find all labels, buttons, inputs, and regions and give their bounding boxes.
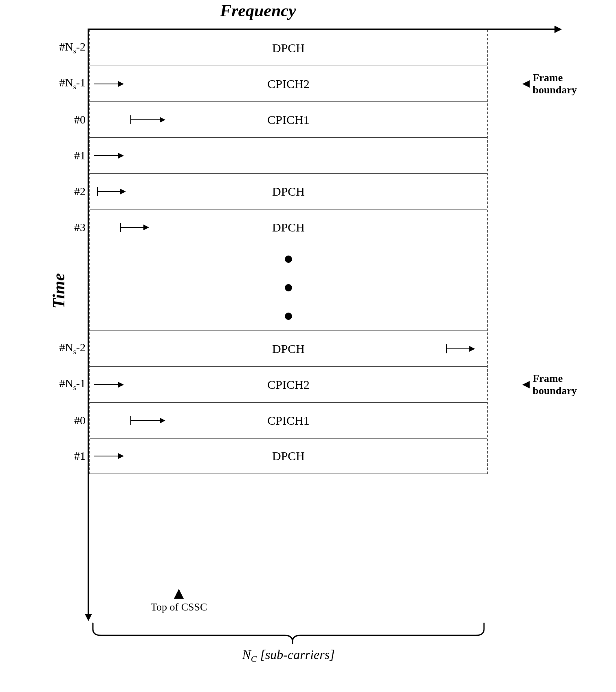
row-content: CPICH1 — [90, 403, 487, 438]
top-cssc-container: Top of CSSC — [151, 589, 207, 613]
frequency-label: Frequency — [220, 1, 296, 20]
frame-boundary-arrow-icon — [522, 381, 530, 388]
arrow-line — [131, 119, 160, 120]
top-cssc-label: Top of CSSC — [151, 601, 207, 613]
arrow-head-icon — [160, 117, 165, 123]
row-label: #0 — [37, 113, 86, 126]
table-row: #Ns-2 DPCH — [90, 331, 487, 366]
row-text: CPICH2 — [267, 77, 309, 91]
arrow-line — [94, 456, 118, 456]
table-row: #2 DPCH — [90, 173, 487, 209]
arrow-head-icon — [143, 225, 149, 230]
row-content: CPICH1 — [90, 102, 487, 137]
row-text: DPCH — [272, 220, 305, 234]
row-label: #2 — [37, 185, 86, 198]
row-text: DPCH — [272, 185, 305, 198]
arrow-line — [131, 420, 160, 421]
arrow-head-icon — [118, 153, 124, 159]
brace-svg — [89, 621, 488, 646]
table-row: #0 CPICH1 — [90, 402, 487, 438]
dot — [285, 256, 292, 263]
row-label: #1 — [37, 450, 86, 463]
row-content: DPCH — [90, 331, 487, 366]
row-text: DPCH — [272, 342, 305, 356]
dot — [285, 284, 292, 291]
table-row: #Ns-1 Frameboundary CPICH2 — [90, 366, 487, 402]
time-axis-arrow — [85, 614, 92, 621]
row-text: CPICH1 — [267, 113, 309, 127]
row-label: #1 — [37, 149, 86, 162]
row-text: CPICH2 — [267, 378, 309, 392]
arrow-head-icon — [118, 453, 124, 459]
row-content: Frameboundary CPICH2 — [90, 66, 487, 101]
table-row: #3 DPCH — [90, 209, 487, 245]
diagram-container: Frequency Time #Ns-2 DPCH #Ns-1 Framebou… — [24, 16, 587, 677]
arrow-line — [447, 348, 469, 349]
row-label: #0 — [37, 414, 86, 427]
row-text: DPCH — [272, 449, 305, 463]
row-content — [90, 138, 487, 173]
arrow-head-icon — [120, 189, 126, 194]
frame-boundary-label: Frameboundary — [533, 372, 577, 397]
brace-container: NC [sub-carriers] — [89, 621, 488, 664]
arrow-line — [94, 384, 118, 385]
arrow-head-icon — [118, 81, 124, 87]
frame-boundary-arrow-icon — [522, 80, 530, 88]
row-label: #Ns-2 — [37, 341, 86, 356]
frame-boundary-label: Frameboundary — [533, 72, 577, 96]
time-label: Time — [49, 273, 68, 309]
dots-row — [90, 302, 487, 331]
row-content: DPCH — [90, 209, 487, 245]
arrow-line — [121, 227, 143, 228]
arrow-head-icon — [469, 346, 475, 352]
row-content: DPCH — [90, 174, 487, 209]
arrow-head-icon — [160, 418, 165, 423]
arrow-line — [94, 84, 118, 84]
frame-boundary-bottom: Frameboundary — [522, 372, 577, 397]
frame-boundary-top: Frameboundary — [522, 72, 577, 96]
row-content: DPCH — [90, 30, 487, 66]
row-text: CPICH1 — [267, 414, 309, 428]
row-label: #Ns-1 — [37, 377, 86, 392]
table-row: #0 CPICH1 — [90, 101, 487, 137]
row-content: DPCH — [90, 439, 487, 474]
dots-row — [90, 273, 487, 302]
dot — [285, 313, 292, 320]
row-label: #3 — [37, 221, 86, 234]
table-row: #1 DPCH — [90, 438, 487, 474]
table-row: #Ns-2 DPCH — [90, 30, 487, 66]
top-cssc-arrow-icon — [174, 589, 184, 599]
row-label: #Ns-1 — [37, 76, 86, 91]
row-label: #Ns-2 — [37, 40, 86, 55]
row-content: Frameboundary CPICH2 — [90, 367, 487, 402]
arrow-head-icon — [118, 382, 124, 388]
nc-label: NC [sub-carriers] — [242, 647, 334, 664]
dots-row — [90, 245, 487, 273]
row-text: DPCH — [272, 41, 305, 55]
arrow-line — [98, 191, 120, 192]
frequency-axis-arrow — [554, 26, 562, 33]
table-row: #1 — [90, 137, 487, 173]
table-row: #Ns-1 Frameboundary CPICH2 — [90, 66, 487, 101]
main-grid: #Ns-2 DPCH #Ns-1 Frameboundary CPICH2 — [89, 30, 488, 474]
arrow-line — [94, 155, 118, 156]
